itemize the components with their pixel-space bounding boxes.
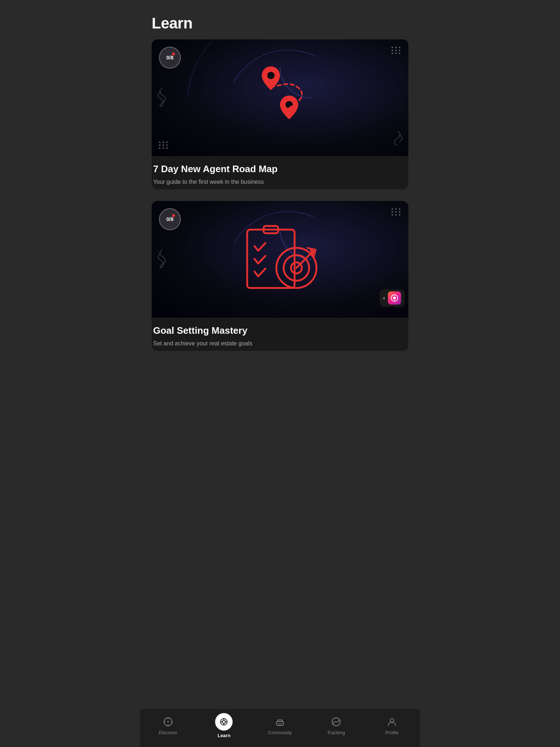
nav-item-tracking[interactable]: Tracking [308,716,364,735]
learn-label: Learn [218,733,230,738]
discover-icon [162,716,174,728]
roadmap-icon [240,59,320,133]
community-icon [274,716,286,728]
course-card-roadmap[interactable]: 0/8 [152,39,408,189]
progress-badge-2: 0/8 [159,208,181,230]
app-popup-icon [388,291,401,305]
tracking-icon [330,716,342,728]
content-area: 0/8 [140,39,420,406]
learn-icon [215,713,233,731]
wave-decoration-left-2 [155,248,166,271]
svg-point-34 [277,723,279,724]
corner-dots-tr [392,47,401,54]
wave-decoration-left-1 [155,86,166,109]
svg-point-8 [267,72,275,79]
card-desc-1: Your guide to the first week in the busi… [153,178,407,186]
community-label: Community [268,730,292,735]
svg-point-35 [279,723,280,724]
card-content-2: Goal Setting Mastery Set and achieve you… [152,318,408,351]
page-title: Learn [152,15,408,32]
profile-label: Profile [385,730,399,735]
card-image-roadmap: 0/8 [152,39,408,156]
page-header: Learn [140,0,420,39]
nav-item-learn[interactable]: Learn [196,713,252,738]
svg-point-18 [393,297,396,299]
card-content-1: 7 Day New Agent Road Map Your guide to t… [152,156,408,189]
card-title-2: Goal Setting Mastery [153,325,407,336]
svg-point-38 [390,719,394,722]
nav-item-profile[interactable]: Profile [364,716,420,735]
card-desc-2: Set and achieve your real estate goals [153,339,407,348]
svg-point-26 [167,721,169,723]
svg-point-28 [222,720,225,723]
app-popup-chevron: ‹ [383,295,385,301]
app-popup[interactable]: ‹ [380,289,405,307]
corner-dots-tr-2 [392,208,401,216]
profile-icon [386,716,398,728]
bottom-nav: Discover Learn Community Tracking [140,708,420,747]
nav-item-discover[interactable]: Discover [140,716,196,735]
course-card-goals[interactable]: 0/8 [152,201,408,351]
wave-decoration-right-1 [394,129,405,149]
progress-badge-1: 0/8 [159,47,181,69]
svg-line-24 [296,252,313,268]
corner-dots-bl [159,142,168,149]
svg-point-36 [281,723,282,724]
card-title-1: 7 Day New Agent Road Map [153,163,407,175]
tracking-label: Tracking [327,730,345,735]
nav-item-community[interactable]: Community [252,716,308,735]
discover-label: Discover [159,730,178,735]
card-image-goals: 0/8 [152,201,408,318]
clipboard-target-icon [236,217,324,299]
